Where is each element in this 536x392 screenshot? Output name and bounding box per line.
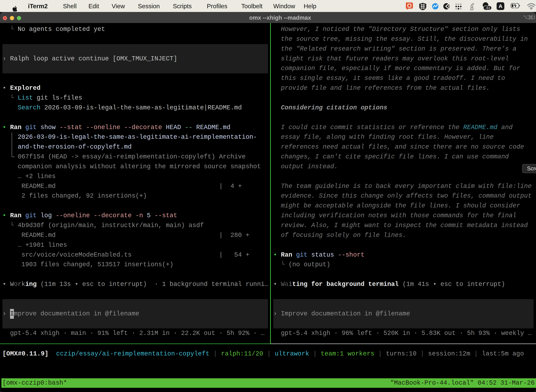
svg-text:..61: ..61 — [484, 6, 490, 10]
svg-text:1: 1 — [533, 15, 535, 20]
